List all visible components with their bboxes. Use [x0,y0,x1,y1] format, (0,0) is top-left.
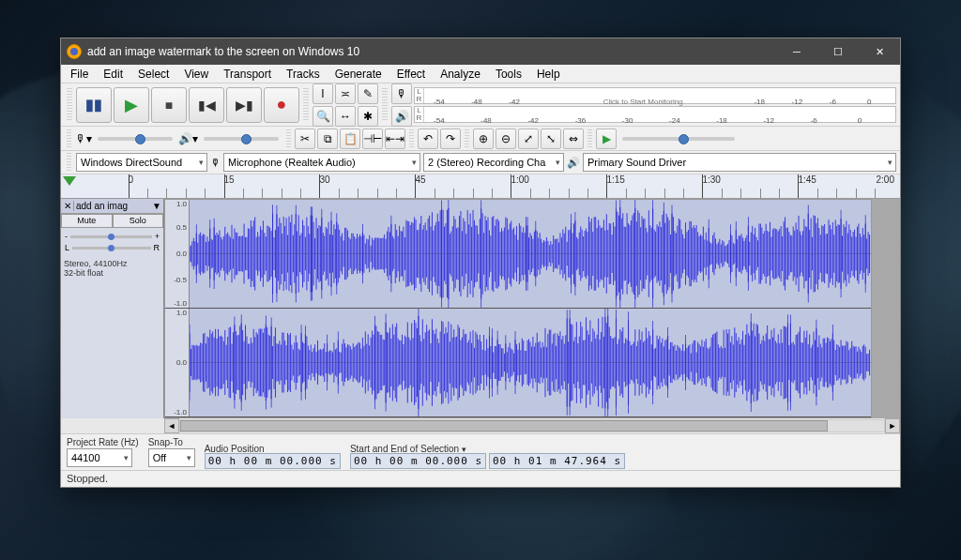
solo-button[interactable]: Solo [113,214,164,228]
undo-icon[interactable]: ↶ [418,129,438,149]
mute-button[interactable]: Mute [61,214,113,228]
selection-tool-icon[interactable]: I [313,83,333,104]
skip-end-button[interactable]: ▶▮ [226,87,262,123]
meter-tick: -48 [480,116,492,125]
waveform-right-channel[interactable]: 1.0 0.0 -1.0 [165,309,871,417]
meter-tick: -12 [792,98,803,106]
fit-selection-icon[interactable]: ⤢ [518,129,539,149]
selection-start-field[interactable]: 00 h 00 m 00.000 s [350,453,486,469]
mic-icon: 🎙 [210,157,221,168]
track-close-button[interactable]: ✕ [61,201,74,211]
rec-meter-mic-icon[interactable]: 🎙 [391,83,412,104]
trim-icon[interactable]: ⊣⊢ [362,129,383,149]
grip[interactable] [382,88,388,122]
zoom-toggle-icon[interactable]: ⇔ [563,129,584,149]
track-format-line1: Stereo, 44100Hz [64,259,160,268]
paste-icon[interactable]: 📋 [340,129,360,149]
playhead-icon[interactable] [63,176,76,186]
play-button[interactable]: ▶ [114,87,149,123]
scroll-right-button[interactable]: ► [885,418,900,433]
playback-meter[interactable]: LR -54 -48 -42 -36 -30 -24 -18 -12 -6 0 [414,106,896,123]
scroll-left-button[interactable]: ◄ [164,418,179,433]
menubar: File Edit Select View Transport Tracks G… [61,65,900,83]
snap-to-label: Snap-To [148,437,195,447]
menu-tracks[interactable]: Tracks [279,66,328,83]
meter-tick: -36 [575,116,587,125]
app-icon [67,44,82,59]
speaker-icon: 🔊▾ [178,132,198,145]
zoom-in-icon[interactable]: ⊕ [473,129,494,149]
grip[interactable] [409,129,414,148]
draw-tool-icon[interactable]: ✎ [358,83,378,104]
window-title: add an image watermark to the screen on … [87,45,359,58]
fit-project-icon[interactable]: ⤡ [541,129,561,149]
status-bar: Stopped. [61,470,900,487]
pause-button[interactable]: ▮▮ [76,87,112,123]
pan-slider[interactable] [72,247,150,250]
horizontal-scrollbar[interactable]: ◄ ► [61,418,900,433]
menu-generate[interactable]: Generate [328,66,389,83]
zoom-tool-icon[interactable]: 🔍 [313,106,333,127]
grip[interactable] [286,129,291,148]
play-meter-spk-icon[interactable]: 🔊 [391,106,412,127]
playback-device-combo[interactable]: Primary Sound Driver [583,153,896,172]
audio-host-combo[interactable]: Windows DirectSound [76,153,207,172]
meter-tick: -42 [509,98,520,106]
grip[interactable] [587,129,592,148]
recording-device-combo[interactable]: Microphone (Realtek Audio) [223,153,420,172]
menu-edit[interactable]: Edit [96,66,130,83]
project-rate-combo[interactable]: 44100 [67,448,132,467]
grip[interactable] [303,88,309,122]
zoom-out-icon[interactable]: ⊖ [496,129,516,149]
timeline-label: 1:15 [606,174,624,185]
skip-start-button[interactable]: ▮◀ [189,87,224,123]
minimize-button[interactable]: ─ [776,38,817,65]
recording-meter[interactable]: LR -54 -48 -42 Click to Start Monitoring… [414,87,896,104]
timeshift-tool-icon[interactable]: ↔ [335,106,356,127]
menu-analyze[interactable]: Analyze [433,66,488,83]
playback-volume-slider[interactable] [204,137,279,141]
menu-transport[interactable]: Transport [216,66,279,83]
selection-end-field[interactable]: 00 h 01 m 47.964 s [489,453,625,469]
menu-view[interactable]: View [176,66,216,83]
menu-select[interactable]: Select [130,66,176,83]
redo-icon[interactable]: ↷ [440,129,461,149]
timeline-ruler[interactable]: 01530451:001:151:301:45 2:00 [61,174,900,199]
multi-tool-icon[interactable]: ✱ [358,106,378,127]
menu-help[interactable]: Help [529,66,568,83]
waveform-left-channel[interactable]: 1.0 0.5 0.0 -0.5 -1.0 [165,200,871,309]
speaker-icon: 🔊 [567,157,580,169]
timeline-label: 1:30 [702,174,720,185]
scroll-thumb[interactable] [180,420,828,431]
grip[interactable] [67,153,71,172]
menu-effect[interactable]: Effect [389,66,433,83]
recording-volume-slider[interactable] [98,137,173,141]
menu-tools[interactable]: Tools [488,66,529,83]
gain-slider[interactable] [70,235,152,238]
close-button[interactable]: ✕ [859,38,900,65]
grip[interactable] [67,129,71,148]
timeline-end-label: 2:00 [877,174,894,185]
waveform-area[interactable]: 1.0 0.5 0.0 -0.5 -1.0 1.0 0.0 -1.0 [164,199,872,418]
maximize-button[interactable]: ☐ [817,38,859,65]
menu-file[interactable]: File [63,66,96,83]
silence-icon[interactable]: ⇤⇥ [385,129,405,149]
track-format-line2: 32-bit float [64,268,160,278]
record-button[interactable]: ● [264,87,299,123]
envelope-tool-icon[interactable]: ≍ [335,83,356,104]
cut-icon[interactable]: ✂ [295,129,315,149]
titlebar[interactable]: add an image watermark to the screen on … [61,38,900,65]
play-speed-slider[interactable] [622,137,735,141]
meter-tick: 0 [858,116,862,125]
track-menu-button[interactable]: ▼ [150,201,163,211]
recording-channels-combo[interactable]: 2 (Stereo) Recording Cha [423,153,564,172]
play-at-speed-button[interactable]: ▶ [596,129,617,149]
copy-icon[interactable]: ⧉ [317,129,338,149]
snap-to-combo[interactable]: Off [148,448,195,467]
audio-position-field[interactable]: 00 h 00 m 00.000 s [205,453,341,469]
track-name[interactable]: add an imag [74,201,150,211]
grip[interactable] [67,88,72,122]
meter-tick: -54 [434,116,445,125]
grip[interactable] [465,129,469,148]
stop-button[interactable]: ■ [151,87,187,123]
